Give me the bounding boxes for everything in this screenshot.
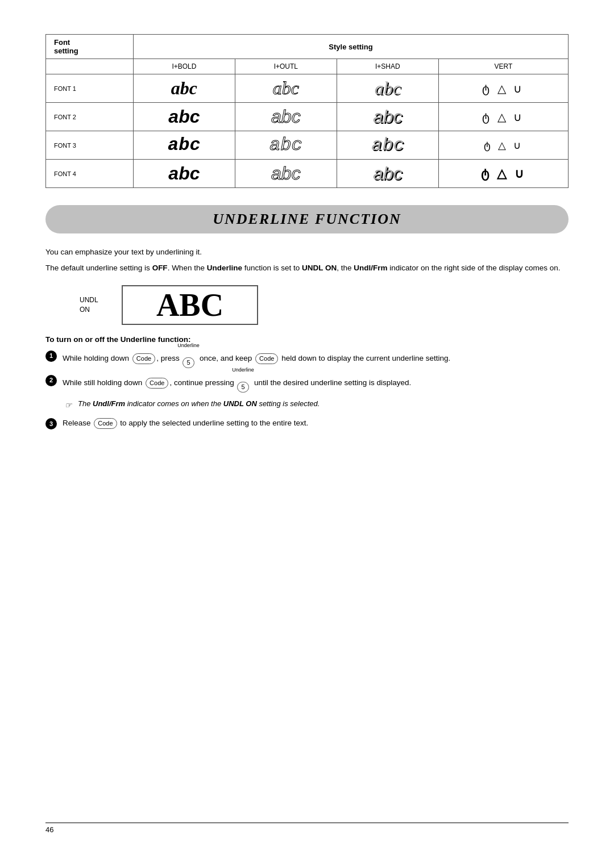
step2-num: 2 [45,375,57,386]
step1-content: While holding down Code, press Underline… [63,349,569,368]
underline-banner: UNDERLINE FUNCTION [45,205,569,233]
underline-key-2-wrapper: Underline 5 [236,374,250,393]
font3-label: FONT 3 [46,131,134,160]
step-3: 3 Release Code to apply the selected und… [45,417,569,429]
code-key-3: Code [146,378,168,389]
step3-list: 3 Release Code to apply the selected und… [45,417,569,429]
intro-line2: The default underline setting is OFF. Wh… [45,262,569,274]
font2-label: FONT 2 [46,103,134,131]
step-list: 1 While holding down Code, press Underli… [45,349,569,393]
font2-vert: ტ △ ∪ [438,103,568,131]
font1-bold: abc [133,74,235,103]
font1-outl: abc [235,74,337,103]
step1-num: 1 [45,350,57,362]
font2-bold: abc [133,103,235,131]
underline-key-1: 5 [182,357,194,368]
font4-bold: abc [133,160,235,188]
font3-bold: abc [133,131,235,160]
code-key-1: Code [132,353,155,364]
font-style-table: Font setting Style setting I+BOLD I+OUTL… [45,34,569,188]
font4-label: FONT 4 [46,160,134,188]
font4-vert: ტ △ ∪ [438,160,568,188]
col-bold: I+BOLD [133,59,235,74]
note-icon: ☞ [65,399,72,411]
underline-super-2: Underline [232,366,254,374]
font3-outl: abc [235,131,337,160]
col-vert: VERT [438,59,568,74]
underline-banner-text: UNDERLINE FUNCTION [213,211,401,227]
underline-key-2: 5 [237,382,248,393]
code-key-4: Code [94,418,117,429]
col-outl: I+OUTL [235,59,337,74]
abc-display: ABC [156,287,223,323]
step-2: 2 While still holding down Code, continu… [45,374,569,393]
display-box: ABC [122,285,258,325]
page-number: 46 [45,825,53,834]
font1-label: FONT 1 [46,74,134,103]
font4-shad: abc [337,160,438,188]
font2-outl: abc [235,103,337,131]
font2-shad: abc [337,103,438,131]
font-header: Font [54,38,70,47]
font3-shad: abc [337,131,438,160]
font1-vert: ტ △ ∪ [438,74,568,103]
style-setting-header: Style setting [133,35,568,59]
undl-label: UNDL ON [80,295,108,315]
font1-shad: abc [337,74,438,103]
step3-content: Release Code to apply the selected under… [63,417,569,429]
note-line: ☞ The Undl/Frm indicator comes on when t… [65,398,569,411]
note-text: The Undl/Frm indicator comes on when the… [78,398,320,410]
code-key-2: Code [255,353,278,364]
font3-vert: ტ △ ∪ [438,131,568,160]
footer: 46 [45,823,569,834]
intro-line1: You can emphasize your text by underlini… [45,246,569,258]
step2-content: While still holding down Code, continue … [63,374,569,393]
font4-outl: abc [235,160,337,188]
underline-super-1: Underline [177,341,200,349]
col-shad: I+SHAD [337,59,438,74]
display-area: UNDL ON ABC [80,285,569,325]
underline-key-1-wrapper: Underline 5 [181,349,195,368]
step3-num: 3 [45,418,57,429]
step-1: 1 While holding down Code, press Underli… [45,349,569,368]
setting-header: setting [54,47,78,55]
instruction-title: To turn on or off the Underline function… [45,335,569,344]
